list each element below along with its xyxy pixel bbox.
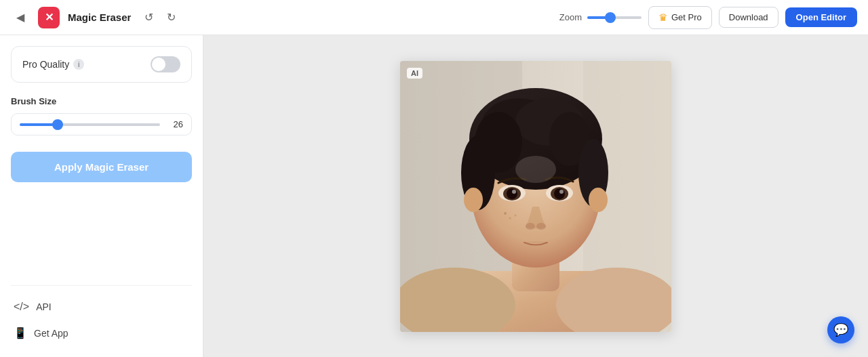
image-container: AI xyxy=(400,61,671,332)
open-editor-button[interactable]: Open Editor xyxy=(785,7,857,27)
apply-button-label: Apply Magic Eraser xyxy=(54,161,149,173)
get-pro-button[interactable]: ♛ Get Pro xyxy=(648,6,712,29)
canvas-area[interactable]: AI xyxy=(203,35,868,357)
zoom-control: Zoom xyxy=(559,12,642,22)
redo-icon: ↻ xyxy=(167,12,176,23)
zoom-label: Zoom xyxy=(559,12,582,22)
apply-magic-eraser-button[interactable]: Apply Magic Eraser xyxy=(11,152,192,182)
pro-quality-toggle[interactable] xyxy=(151,56,180,72)
brush-size-label: Brush Size xyxy=(11,96,192,106)
get-app-icon: 📱 xyxy=(14,327,27,339)
svg-point-30 xyxy=(515,214,517,216)
crown-icon: ♛ xyxy=(658,12,667,24)
download-label: Download xyxy=(729,12,768,22)
brush-size-row: 26 xyxy=(11,113,192,135)
svg-point-29 xyxy=(509,217,511,219)
svg-point-17 xyxy=(589,188,608,212)
svg-point-31 xyxy=(515,156,556,183)
brush-size-section: Brush Size 26 xyxy=(11,96,192,135)
api-link[interactable]: </> API xyxy=(11,294,192,320)
logo-icon: ✕ xyxy=(45,11,54,24)
get-pro-label: Get Pro xyxy=(671,12,702,22)
undo-button[interactable]: ↺ xyxy=(139,7,159,28)
pro-quality-card: Pro Quality i xyxy=(11,46,192,83)
main-content: Pro Quality i Brush Size 26 Apply Magic … xyxy=(0,35,868,357)
app-logo: ✕ xyxy=(38,7,60,28)
header-nav: ↺ ↻ xyxy=(139,7,181,28)
portrait-image xyxy=(400,61,671,332)
redo-button[interactable]: ↻ xyxy=(161,7,181,28)
app-title: Magic Eraser xyxy=(68,12,131,23)
api-icon: </> xyxy=(14,301,29,313)
brush-size-slider[interactable] xyxy=(20,123,160,126)
svg-point-27 xyxy=(536,223,546,230)
pro-quality-label: Pro Quality i xyxy=(22,59,84,70)
svg-point-24 xyxy=(554,188,565,199)
svg-point-28 xyxy=(504,212,507,215)
back-icon: ◀ xyxy=(16,12,24,23)
zoom-slider[interactable] xyxy=(587,16,642,19)
svg-point-16 xyxy=(464,188,483,212)
api-label: API xyxy=(36,301,52,312)
ai-badge: AI xyxy=(407,68,422,79)
open-editor-label: Open Editor xyxy=(796,12,846,22)
header-left: ◀ ✕ Magic Eraser ↺ ↻ xyxy=(11,7,181,28)
brush-size-value: 26 xyxy=(167,119,183,129)
undo-icon: ↺ xyxy=(144,12,153,23)
header-right: Zoom ♛ Get Pro Download Open Editor xyxy=(559,6,857,29)
svg-point-25 xyxy=(559,190,564,194)
sidebar-bottom: </> API 📱 Get App xyxy=(11,285,192,346)
sidebar: Pro Quality i Brush Size 26 Apply Magic … xyxy=(0,35,203,357)
download-button[interactable]: Download xyxy=(719,7,778,28)
toggle-thumb xyxy=(152,58,165,71)
chat-icon: 💬 xyxy=(833,322,848,337)
get-app-label: Get App xyxy=(34,328,68,339)
pro-quality-text: Pro Quality xyxy=(22,59,69,70)
svg-point-21 xyxy=(512,190,516,194)
app-header: ◀ ✕ Magic Eraser ↺ ↻ Zoom ♛ Get Pro Down… xyxy=(0,0,868,35)
chat-bubble-button[interactable]: 💬 xyxy=(827,316,854,343)
get-app-link[interactable]: 📱 Get App xyxy=(11,320,192,346)
svg-point-20 xyxy=(507,188,517,199)
svg-point-26 xyxy=(526,223,535,230)
back-button[interactable]: ◀ xyxy=(11,7,30,28)
pro-quality-info-icon[interactable]: i xyxy=(73,59,84,70)
